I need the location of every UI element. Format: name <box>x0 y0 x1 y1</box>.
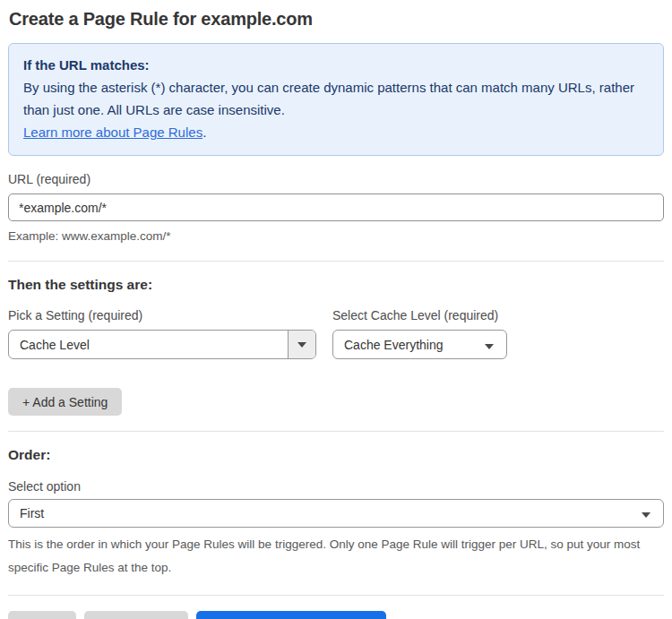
divider <box>8 431 664 432</box>
cache-level-select-label: Select Cache Level (required) <box>332 308 507 322</box>
url-match-info-box: If the URL matches: By using the asteris… <box>8 43 664 156</box>
url-input[interactable] <box>8 193 664 221</box>
url-example-helper: Example: www.example.com/* <box>8 227 664 245</box>
order-select-value: First <box>9 506 44 520</box>
info-box-link-line: Learn more about Page Rules. <box>23 121 649 143</box>
setting-picker-column: Pick a Setting (required) Cache Level <box>8 308 316 359</box>
form-actions: Cancel Save as Draft Save and Deploy Pag… <box>8 611 664 619</box>
page-title: Create a Page Rule for example.com <box>8 9 664 30</box>
add-setting-button[interactable]: + Add a Setting <box>8 388 122 416</box>
order-select[interactable]: First <box>8 499 664 528</box>
chevron-down-icon <box>642 506 663 520</box>
url-field-label: URL (required) <box>8 172 664 186</box>
settings-row: Pick a Setting (required) Cache Level Se… <box>8 308 664 359</box>
setting-select[interactable]: Cache Level <box>8 330 316 359</box>
chevron-down-icon <box>485 338 506 352</box>
info-box-heading: If the URL matches: <box>23 54 649 76</box>
chevron-down-icon[interactable] <box>288 331 315 358</box>
setting-select-value: Cache Level <box>9 338 90 352</box>
page-rule-form: Create a Page Rule for example.com If th… <box>0 0 672 619</box>
order-helper-text: This is the order in which your Page Rul… <box>8 533 653 580</box>
save-deploy-button[interactable]: Save and Deploy Page Rule <box>196 611 386 619</box>
caret-glyph <box>485 344 494 349</box>
order-select-label: Select option <box>8 479 664 494</box>
info-box-body: By using the asterisk (*) character, you… <box>23 76 649 121</box>
setting-select-label: Pick a Setting (required) <box>8 308 316 322</box>
cache-level-column: Select Cache Level (required) Cache Ever… <box>332 308 507 359</box>
order-section-heading: Order: <box>8 447 664 463</box>
cache-level-select[interactable]: Cache Everything <box>332 330 507 359</box>
save-draft-button[interactable]: Save as Draft <box>84 611 189 619</box>
divider <box>8 261 664 262</box>
caret-glyph <box>642 512 650 518</box>
cache-level-select-value: Cache Everything <box>333 338 444 352</box>
settings-section-heading: Then the settings are: <box>8 277 664 293</box>
divider <box>8 595 664 596</box>
cancel-button[interactable]: Cancel <box>8 611 76 619</box>
learn-more-link[interactable]: Learn more about Page Rules <box>23 125 202 140</box>
caret-glyph <box>297 342 306 348</box>
link-suffix: . <box>202 125 206 140</box>
